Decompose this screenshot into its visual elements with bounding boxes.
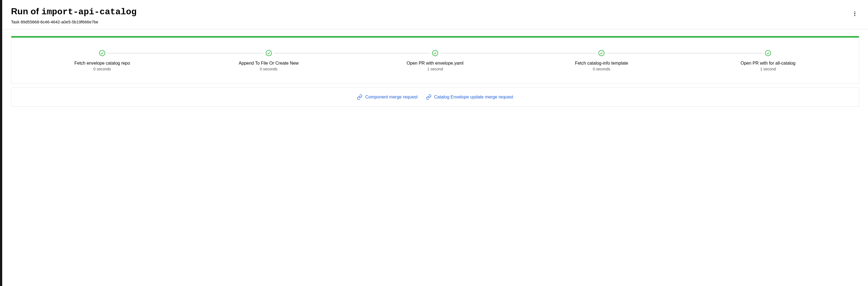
svg-point-3	[599, 50, 604, 56]
links-card: Component merge request Catalog Envelope…	[11, 87, 859, 107]
title-code: import-api-catalog	[41, 7, 136, 17]
page-title: Run of import-api-catalog	[11, 6, 850, 17]
step-item[interactable]: Open PR with for all-catalog 1 second	[685, 50, 851, 71]
check-circle-icon	[99, 50, 105, 57]
check-circle-icon	[765, 50, 771, 57]
step-label: Append To File Or Create New	[239, 61, 299, 66]
link-icon	[426, 94, 432, 100]
step-item[interactable]: Fetch catalog-info template 0 seconds	[518, 50, 685, 71]
step-label: Fetch catalog-info template	[575, 61, 628, 66]
task-id: 89d55668-6c46-4642-a0e5-5b19f666e7be	[21, 20, 98, 24]
header-left: Run of import-api-catalog Task 89d55668-…	[11, 6, 850, 24]
stepper: Fetch envelope catalog repo 0 seconds	[19, 50, 851, 71]
page-header: Run of import-api-catalog Task 89d55668-…	[2, 0, 868, 29]
step-item[interactable]: Fetch envelope catalog repo 0 seconds	[19, 50, 185, 71]
step-duration: 1 second	[407, 67, 463, 71]
catalog-envelope-merge-request-link[interactable]: Catalog Envelope update merge request	[426, 94, 513, 100]
content-area: Fetch envelope catalog repo 0 seconds	[2, 29, 868, 113]
kebab-dot-icon	[854, 15, 855, 16]
step-label: Fetch envelope catalog repo	[74, 61, 130, 66]
step-duration: 0 seconds	[239, 67, 299, 71]
step-label: Open PR with envelope.yaml	[407, 61, 463, 66]
kebab-dot-icon	[854, 13, 855, 14]
link-label: Catalog Envelope update merge request	[434, 95, 513, 100]
step-item[interactable]: Open PR with envelope.yaml 1 second	[352, 50, 518, 71]
link-label: Component merge request	[365, 95, 417, 100]
main-content: Run of import-api-catalog Task 89d55668-…	[2, 0, 868, 286]
step-label: Open PR with for all-catalog	[741, 61, 795, 66]
check-circle-icon	[266, 50, 272, 57]
steps-card: Fetch envelope catalog repo 0 seconds	[11, 36, 859, 83]
title-prefix: Run of	[11, 6, 41, 16]
check-circle-icon	[432, 50, 438, 57]
more-actions-button[interactable]	[850, 9, 859, 18]
kebab-dot-icon	[854, 11, 855, 12]
svg-point-1	[266, 50, 272, 56]
component-merge-request-link[interactable]: Component merge request	[357, 94, 417, 100]
sidebar-sliver	[0, 0, 2, 286]
link-icon	[357, 94, 363, 100]
step-duration: 0 seconds	[575, 67, 628, 71]
subtitle-prefix: Task	[11, 20, 21, 24]
svg-point-0	[99, 50, 105, 56]
step-item[interactable]: Append To File Or Create New 0 seconds	[185, 50, 352, 71]
svg-point-4	[765, 50, 771, 56]
svg-point-2	[432, 50, 438, 56]
check-circle-icon	[598, 50, 605, 57]
task-subtitle: Task 89d55668-6c46-4642-a0e5-5b19f666e7b…	[11, 20, 850, 24]
step-duration: 0 seconds	[74, 67, 130, 71]
step-duration: 1 second	[741, 67, 795, 71]
